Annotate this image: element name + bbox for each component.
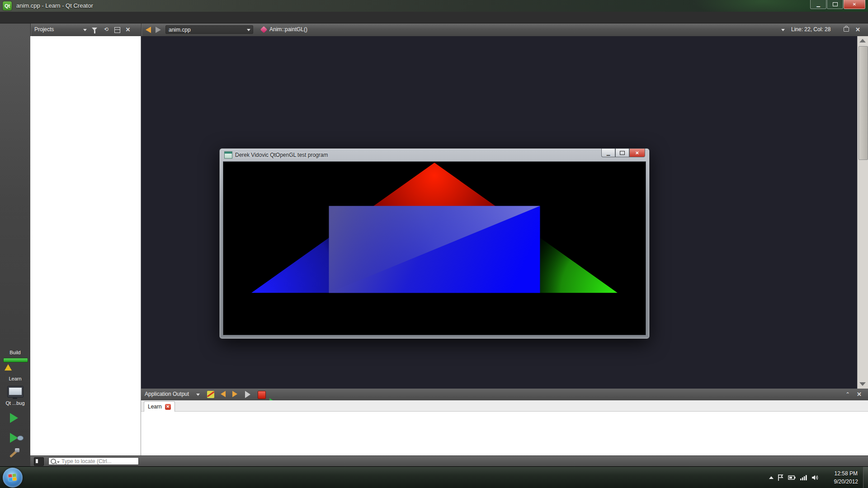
projects-pane-title: Projects bbox=[34, 26, 54, 33]
file-dropdown-arrow-icon bbox=[247, 29, 250, 31]
output-pane-dropdown-arrow-icon[interactable] bbox=[196, 394, 200, 396]
build-progress-label: Build bbox=[0, 350, 30, 355]
close-button[interactable]: ✕ bbox=[844, 0, 865, 9]
clear-output-icon[interactable] bbox=[207, 391, 214, 398]
power-battery-icon[interactable] bbox=[788, 474, 796, 481]
maximize-pane-icon[interactable]: ⌃ bbox=[845, 391, 850, 398]
minimize-button[interactable]: ▁ bbox=[810, 0, 826, 9]
projects-dropdown-arrow-icon[interactable] bbox=[83, 29, 87, 31]
gl-minimize-button[interactable]: ▁ bbox=[601, 149, 615, 157]
opengl-app-icon bbox=[224, 151, 232, 159]
mode-sidebar: Build Learn Qt ...bug bbox=[0, 23, 31, 466]
output-pane-title: Application Output bbox=[145, 391, 189, 397]
network-signal-icon[interactable] bbox=[800, 474, 807, 481]
taskbar: 12:58 PM 9/20/2012 bbox=[0, 466, 868, 488]
symbol-icon bbox=[260, 26, 268, 33]
system-tray bbox=[769, 467, 819, 488]
output-tab-learn[interactable]: Learn ✕ bbox=[144, 401, 175, 412]
symbol-dropdown[interactable]: Anim::paintGL() bbox=[269, 26, 307, 33]
opengl-window-titlebar[interactable]: Derek Vidovic QtOpenGL test program bbox=[224, 151, 328, 159]
editor-scrollbar[interactable] bbox=[857, 36, 868, 389]
desktop: Qt anim.cpp - Learn - Qt Creator ▁ ✕ Pro… bbox=[0, 0, 868, 488]
taskbar-clock[interactable]: 12:58 PM 9/20/2012 bbox=[834, 469, 858, 486]
warning-icon[interactable] bbox=[5, 364, 12, 371]
filter-icon[interactable] bbox=[90, 26, 99, 33]
build-progress-bar bbox=[3, 358, 28, 362]
prev-item-icon[interactable] bbox=[221, 391, 226, 397]
opengl-window-title: Derek Vidovic QtOpenGL test program bbox=[235, 152, 328, 158]
tray-expand-icon[interactable] bbox=[769, 476, 774, 479]
gl-close-button[interactable]: ✕ bbox=[629, 149, 645, 157]
gl-maximize-button[interactable] bbox=[615, 149, 629, 157]
windows-flag-icon bbox=[8, 474, 17, 482]
locator-input[interactable]: Type to locate (Ctrl... bbox=[48, 457, 139, 465]
run-button[interactable] bbox=[10, 413, 18, 423]
go-back-icon[interactable] bbox=[146, 27, 151, 33]
scroll-up-icon[interactable] bbox=[859, 39, 866, 42]
symbol-dropdown-arrow-icon[interactable] bbox=[781, 29, 785, 31]
close-output-icon[interactable]: ✕ bbox=[857, 391, 862, 398]
split-icon[interactable] bbox=[113, 26, 121, 33]
lock-icon[interactable] bbox=[844, 27, 849, 32]
clock-time: 12:58 PM bbox=[834, 469, 858, 478]
output-toolbar: Application Output ⌃ ✕ bbox=[141, 389, 868, 401]
close-document-icon[interactable]: ✕ bbox=[855, 26, 860, 33]
opengl-canvas bbox=[223, 161, 646, 335]
statusbar: Type to locate (Ctrl... bbox=[30, 455, 868, 466]
output-tab-label: Learn bbox=[148, 404, 162, 410]
stop-icon[interactable] bbox=[258, 391, 266, 399]
titlebar[interactable]: Qt anim.cpp - Learn - Qt Creator ▁ ✕ bbox=[0, 0, 868, 12]
locator-placeholder: Type to locate (Ctrl... bbox=[61, 458, 112, 465]
debug-bug-icon bbox=[17, 436, 24, 441]
open-file-dropdown[interactable]: anim.cpp bbox=[165, 25, 253, 34]
volume-icon[interactable] bbox=[811, 474, 819, 481]
maximize-button[interactable] bbox=[827, 0, 843, 9]
output-tabrow: Learn ✕ bbox=[141, 400, 868, 412]
kit-project-label: Learn bbox=[0, 376, 30, 381]
scrollbar-thumb[interactable] bbox=[859, 46, 868, 160]
open-file-name: anim.cpp bbox=[169, 27, 191, 33]
build-button[interactable] bbox=[8, 447, 20, 459]
menubar bbox=[0, 12, 868, 23]
search-icon bbox=[51, 459, 56, 464]
sidebar-toggle-icon[interactable] bbox=[34, 457, 44, 466]
clock-date: 9/20/2012 bbox=[834, 478, 858, 486]
action-center-flag-icon[interactable] bbox=[778, 474, 784, 481]
sync-with-editor-icon[interactable]: ⟲ bbox=[102, 26, 110, 33]
tab-close-icon[interactable]: ✕ bbox=[165, 404, 171, 410]
kit-selector-icon[interactable] bbox=[7, 386, 24, 398]
opengl-window[interactable]: Derek Vidovic QtOpenGL test program ▁ ✕ bbox=[219, 148, 650, 339]
qt-creator-icon: Qt bbox=[3, 1, 12, 10]
show-desktop-button[interactable] bbox=[863, 467, 868, 488]
window-title: anim.cpp - Learn - Qt Creator bbox=[16, 2, 93, 9]
output-text[interactable] bbox=[141, 411, 868, 455]
projects-panel bbox=[30, 36, 141, 455]
rerun-icon[interactable] bbox=[245, 391, 250, 398]
scroll-down-icon[interactable] bbox=[859, 382, 866, 386]
output-panel: Application Output ⌃ ✕ Learn ✕ bbox=[141, 389, 868, 455]
kit-target-label: Qt ...bug bbox=[0, 400, 30, 406]
next-item-icon[interactable] bbox=[232, 391, 237, 397]
start-button[interactable] bbox=[3, 468, 23, 488]
close-pane-icon[interactable]: ✕ bbox=[124, 26, 132, 33]
locator-dropdown-arrow-icon bbox=[57, 461, 60, 463]
cursor-position: Line: 22, Col: 28 bbox=[791, 26, 830, 33]
toolbar: Projects ⟲ ✕ anim.cpp Anim::paintGL() Li… bbox=[0, 23, 868, 37]
go-forward-icon[interactable] bbox=[156, 27, 161, 33]
